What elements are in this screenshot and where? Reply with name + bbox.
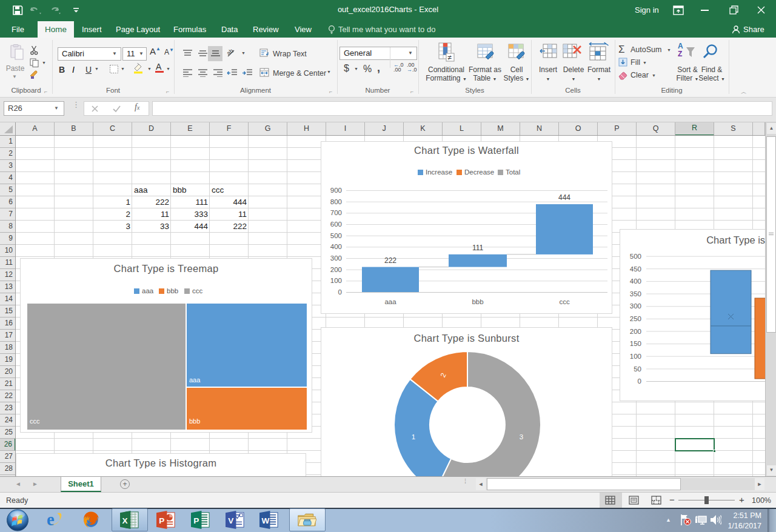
svg-text:400: 400: [330, 243, 342, 250]
svg-text:50: 50: [634, 365, 641, 373]
svg-text:aaa: aaa: [384, 298, 396, 305]
svg-text:444: 444: [558, 193, 570, 202]
svg-text:500: 500: [330, 232, 342, 239]
svg-text:ccc: ccc: [559, 298, 570, 305]
svg-text:0: 0: [338, 288, 342, 296]
svg-text:ab: ab: [227, 48, 235, 57]
svg-text:3: 3: [520, 433, 523, 441]
svg-text:111: 111: [472, 244, 484, 252]
svg-text:X: X: [122, 516, 127, 525]
svg-text:W: W: [261, 516, 269, 525]
svg-text:≠: ≠: [448, 53, 452, 62]
svg-text:P: P: [159, 516, 164, 525]
svg-text:P: P: [193, 516, 199, 525]
svg-text:600: 600: [330, 221, 342, 228]
svg-text:250: 250: [630, 315, 641, 322]
svg-text:0: 0: [638, 377, 641, 385]
svg-text:V: V: [228, 516, 233, 525]
svg-text:800: 800: [330, 198, 342, 205]
svg-text:e: e: [47, 510, 55, 529]
svg-text:500: 500: [630, 253, 641, 260]
svg-text:300: 300: [330, 254, 342, 262]
svg-text:100: 100: [330, 277, 342, 284]
svg-text:bbb: bbb: [472, 298, 483, 305]
svg-text:150: 150: [630, 340, 641, 347]
svg-text:222: 222: [384, 256, 396, 265]
svg-text:400: 400: [630, 278, 641, 285]
svg-text:900: 900: [330, 187, 342, 194]
svg-text:100: 100: [630, 353, 641, 360]
svg-text:700: 700: [330, 209, 342, 216]
svg-text:300: 300: [630, 302, 641, 310]
svg-text:1: 1: [412, 433, 415, 441]
svg-text:200: 200: [330, 266, 342, 273]
svg-text:350: 350: [630, 290, 641, 298]
svg-text:450: 450: [630, 265, 641, 273]
svg-text:200: 200: [630, 328, 641, 335]
